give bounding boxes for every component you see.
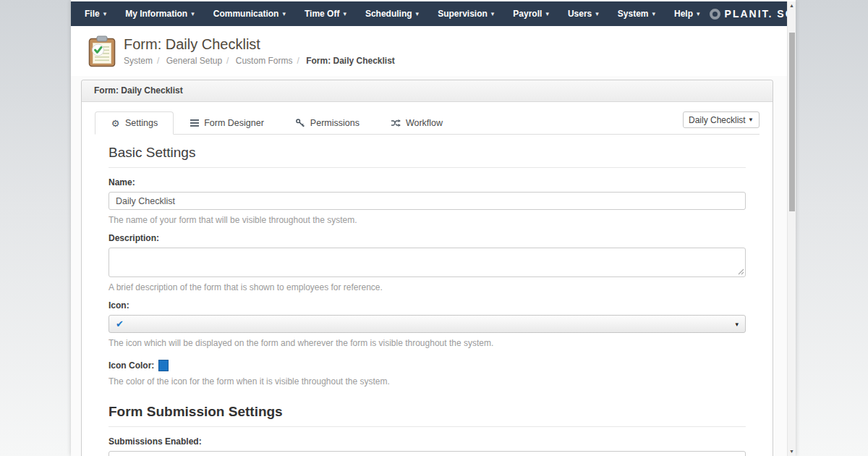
app-content-region: File My Information Communication Time O… <box>71 1 787 456</box>
brand-text: PLANIT. SCHEDULE <box>725 8 796 20</box>
form-selector-value: Daily Checklist <box>689 115 746 125</box>
workflow-icon <box>391 119 401 127</box>
caret-down-icon <box>103 10 107 17</box>
check-icon: ✔ <box>116 318 124 329</box>
description-field-group: Description: A brief description of the … <box>109 233 746 292</box>
nav-item-supervision[interactable]: Supervision <box>428 9 503 19</box>
icon-color-field-group: Icon Color: The color of the icon for th… <box>109 360 746 387</box>
nav-label: My Information <box>125 9 187 19</box>
nav-item-payroll[interactable]: Payroll <box>503 9 558 19</box>
icon-color-swatch[interactable] <box>158 360 169 371</box>
clipboard-check-icon <box>88 35 116 67</box>
name-input[interactable] <box>109 192 746 210</box>
breadcrumb-separator: / <box>226 56 229 66</box>
caret-down-icon <box>343 10 346 17</box>
tab-form-designer[interactable]: Form Designer <box>174 111 280 135</box>
submissions-enabled-label: Submissions Enabled: <box>109 436 746 447</box>
nav-label: System <box>618 9 649 19</box>
key-icon <box>296 119 305 127</box>
icon-dropdown[interactable]: ✔ <box>109 315 746 333</box>
caret-down-icon <box>735 321 739 328</box>
content-wrapper: Form: Daily Checklist Settings Form Desi… <box>71 76 787 456</box>
nav-item-system[interactable]: System <box>608 9 665 19</box>
settings-form: Basic Settings Name: The name of your fo… <box>93 135 761 456</box>
tab-workflow[interactable]: Workflow <box>375 111 459 135</box>
form-selector-dropdown[interactable]: Daily Checklist <box>683 111 760 128</box>
nav-item-users[interactable]: Users <box>558 9 608 19</box>
caret-down-icon <box>416 10 420 17</box>
tab-settings[interactable]: Settings <box>95 111 174 135</box>
description-textarea-wrap <box>109 248 746 277</box>
caret-down-icon <box>595 10 599 17</box>
caret-down-icon <box>491 10 495 17</box>
name-field-group: Name: The name of your form that will be… <box>109 177 746 225</box>
caret-down-icon <box>545 10 549 17</box>
tab-label: Settings <box>125 118 158 128</box>
nav-label: Supervision <box>438 9 488 19</box>
vertical-scrollbar[interactable] <box>787 1 796 456</box>
icon-field-group: Icon: ✔ The icon which will be displayed… <box>109 300 746 348</box>
nav-label: Users <box>568 9 592 19</box>
breadcrumb-general-setup[interactable]: General Setup <box>166 56 222 66</box>
nav-item-help[interactable]: Help <box>665 9 710 19</box>
tab-label: Workflow <box>406 118 443 128</box>
description-help-text: A brief description of the form that is … <box>109 282 746 292</box>
tab-permissions[interactable]: Permissions <box>280 111 375 135</box>
breadcrumb-system[interactable]: System <box>124 56 153 66</box>
page-header: Form: Daily Checklist System/ General Se… <box>71 26 787 76</box>
scroll-up-arrow-icon[interactable] <box>788 1 796 10</box>
scroll-down-arrow-icon[interactable] <box>788 447 796 456</box>
caret-down-icon <box>697 10 700 17</box>
description-textarea[interactable] <box>109 248 746 277</box>
icon-color-label: Icon Color: <box>109 360 154 371</box>
panel-title: Form: Daily Checklist <box>82 80 773 102</box>
icon-color-row: Icon Color: <box>109 360 746 371</box>
main-nav: File My Information Communication Time O… <box>71 1 787 26</box>
description-label: Description: <box>109 233 746 243</box>
icon-help-text: The icon which will be displayed on the … <box>109 338 746 348</box>
tab-label: Form Designer <box>204 118 264 128</box>
nav-label: File <box>85 9 100 19</box>
gear-icon <box>111 119 120 127</box>
caret-down-icon <box>282 10 286 17</box>
form-submission-settings-heading: Form Submission Settings <box>109 404 746 427</box>
nav-item-my-information[interactable]: My Information <box>116 9 204 19</box>
caret-down-icon <box>748 117 754 123</box>
list-icon <box>190 119 199 127</box>
tab-bar: Settings Form Designer Per <box>95 111 760 135</box>
nav-label: Time Off <box>305 9 339 19</box>
name-label: Name: <box>109 177 746 187</box>
icon-color-help-text: The color of the icon for the form when … <box>109 376 746 387</box>
nav-item-file[interactable]: File <box>75 9 116 19</box>
nav-label: Payroll <box>513 9 542 19</box>
breadcrumb: System/ General Setup/ Custom Forms/ For… <box>124 56 395 66</box>
nav-label: Communication <box>213 9 279 19</box>
scrollbar-thumb[interactable] <box>789 33 795 211</box>
nav-label: Scheduling <box>365 9 412 19</box>
submissions-enabled-field-group: Submissions Enabled: YES: Users with per… <box>109 436 746 456</box>
breadcrumb-current: Form: Daily Checklist <box>306 56 395 66</box>
basic-settings-heading: Basic Settings <box>109 145 746 168</box>
submissions-enabled-dropdown[interactable]: YES: Users with permission to access wil… <box>109 451 746 456</box>
planit-ring-icon <box>710 9 720 20</box>
nav-label: Help <box>674 9 693 19</box>
nav-item-scheduling[interactable]: Scheduling <box>356 9 428 19</box>
name-help-text: The name of your form that will be visib… <box>109 215 746 225</box>
caret-down-icon <box>652 10 656 17</box>
app-window: File My Information Communication Time O… <box>71 0 796 456</box>
nav-item-communication[interactable]: Communication <box>204 9 295 19</box>
breadcrumb-custom-forms[interactable]: Custom Forms <box>236 56 293 66</box>
icon-label: Icon: <box>109 300 746 311</box>
breadcrumb-separator: / <box>157 56 159 66</box>
tab-label: Permissions <box>310 118 359 128</box>
form-panel: Form: Daily Checklist Settings Form Desi… <box>81 80 773 456</box>
page-title: Form: Daily Checklist <box>124 35 395 53</box>
page-header-text: Form: Daily Checklist System/ General Se… <box>124 35 395 66</box>
panel-body: Settings Form Designer Per <box>82 102 773 456</box>
breadcrumb-separator: / <box>297 56 299 66</box>
brand-logo: PLANIT. SCHEDULE <box>710 8 796 20</box>
nav-item-time-off[interactable]: Time Off <box>295 9 356 19</box>
caret-down-icon <box>191 10 195 17</box>
